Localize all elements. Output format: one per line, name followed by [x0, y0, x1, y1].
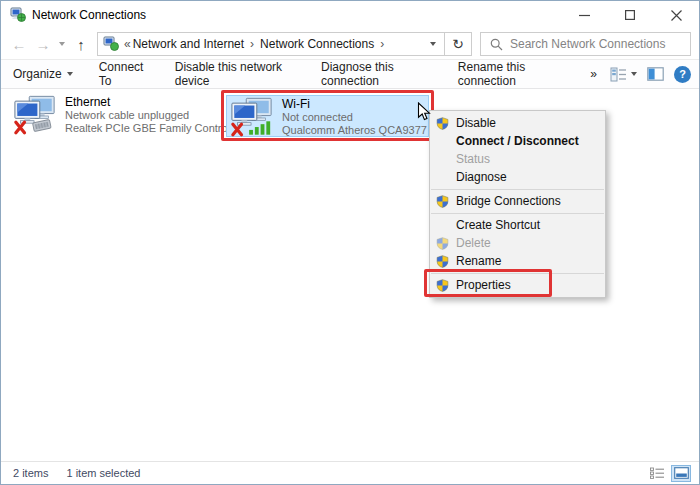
- uac-shield-icon: [436, 195, 449, 208]
- menu-item-bridge-connections[interactable]: Bridge Connections: [430, 192, 605, 210]
- breadcrumb-overflow-chevrons[interactable]: «: [124, 37, 131, 51]
- large-icons-view-toggle[interactable]: [671, 465, 691, 482]
- connection-device: Realtek PCIe GBE Family Controller: [65, 122, 242, 135]
- large-icons-view-icon: [674, 467, 689, 479]
- breadcrumb-separator[interactable]: ›: [250, 37, 254, 51]
- minimize-button[interactable]: [561, 1, 607, 29]
- network-connections-window: Network Connections ← → ↑ « Network: [0, 0, 700, 485]
- context-menu: Disable Connect / Disconnect Status Diag…: [429, 110, 606, 298]
- window-title: Network Connections: [32, 8, 146, 22]
- selected-count: 1 item selected: [66, 467, 140, 479]
- status-bar: 2 items 1 item selected: [1, 461, 699, 484]
- menu-item-connect-disconnect[interactable]: Connect / Disconnect: [430, 132, 605, 150]
- details-view-toggle[interactable]: [647, 465, 667, 482]
- connection-item-wifi[interactable]: Wi-Fi Not connected Qualcomm Atheros QCA…: [226, 95, 429, 137]
- chevron-down-icon: [631, 72, 637, 76]
- breadcrumb-network-connections[interactable]: Network Connections: [260, 37, 374, 51]
- search-box[interactable]: Search Network Connections: [480, 32, 691, 56]
- connect-to-button[interactable]: Connect To: [86, 60, 162, 88]
- refresh-button[interactable]: ↻: [445, 32, 472, 56]
- mouse-cursor: [417, 102, 431, 122]
- back-button[interactable]: ←: [7, 37, 31, 52]
- address-bar[interactable]: « Network and Internet › Network Connect…: [97, 32, 445, 56]
- connections-list: Ethernet Network cable unplugged Realtek…: [1, 89, 699, 461]
- chevron-down-icon: [67, 72, 73, 76]
- rename-connection-button[interactable]: Rename this connection: [445, 60, 577, 88]
- address-dropdown[interactable]: [422, 33, 444, 55]
- close-button[interactable]: [653, 1, 699, 29]
- menu-item-status: Status: [430, 150, 605, 168]
- navigation-bar: ← → ↑ « Network and Internet › Network C…: [1, 29, 699, 60]
- diagnose-connection-button[interactable]: Diagnose this connection: [308, 60, 445, 88]
- details-view-icon: [650, 467, 665, 479]
- recent-locations-dropdown[interactable]: [55, 42, 69, 46]
- change-view-icon: [610, 67, 627, 82]
- connection-item-ethernet[interactable]: Ethernet Network cable unplugged Realtek…: [9, 93, 217, 137]
- command-bar: Organize Connect To Disable this network…: [1, 60, 699, 89]
- change-view-button[interactable]: [610, 67, 637, 82]
- search-placeholder: Search Network Connections: [510, 37, 665, 51]
- wifi-adapter-icon: [230, 97, 274, 137]
- items-count: 2 items: [13, 467, 48, 479]
- uac-shield-icon: [436, 117, 449, 130]
- breadcrumb-separator[interactable]: ›: [380, 37, 384, 51]
- maximize-button[interactable]: [607, 1, 653, 29]
- preview-pane-icon[interactable]: [647, 67, 664, 81]
- uac-shield-icon: [436, 255, 449, 268]
- breadcrumb-network-and-internet[interactable]: Network and Internet: [133, 37, 244, 51]
- connection-status: Network cable unplugged: [65, 109, 242, 122]
- menu-item-diagnose[interactable]: Diagnose: [430, 168, 605, 186]
- more-commands-chevron[interactable]: »: [577, 60, 610, 88]
- menu-item-disable[interactable]: Disable: [430, 114, 605, 132]
- disable-device-button[interactable]: Disable this network device: [162, 60, 308, 88]
- network-connections-app-icon: [10, 7, 26, 23]
- connection-name: Ethernet: [65, 95, 242, 109]
- menu-item-rename[interactable]: Rename: [430, 252, 605, 270]
- menu-item-create-shortcut[interactable]: Create Shortcut: [430, 216, 605, 234]
- uac-shield-icon: [436, 237, 449, 250]
- window-controls: [561, 1, 699, 29]
- organize-button[interactable]: Organize: [1, 60, 86, 88]
- forward-button[interactable]: →: [31, 37, 55, 52]
- menu-item-properties[interactable]: Properties: [430, 276, 605, 294]
- menu-item-delete: Delete: [430, 234, 605, 252]
- uac-shield-icon: [436, 279, 449, 292]
- ethernet-adapter-icon: [13, 95, 57, 135]
- help-button[interactable]: ?: [674, 66, 691, 83]
- up-button[interactable]: ↑: [69, 37, 93, 52]
- search-icon: [490, 38, 503, 51]
- address-location-icon: [103, 36, 119, 52]
- title-bar: Network Connections: [1, 1, 699, 29]
